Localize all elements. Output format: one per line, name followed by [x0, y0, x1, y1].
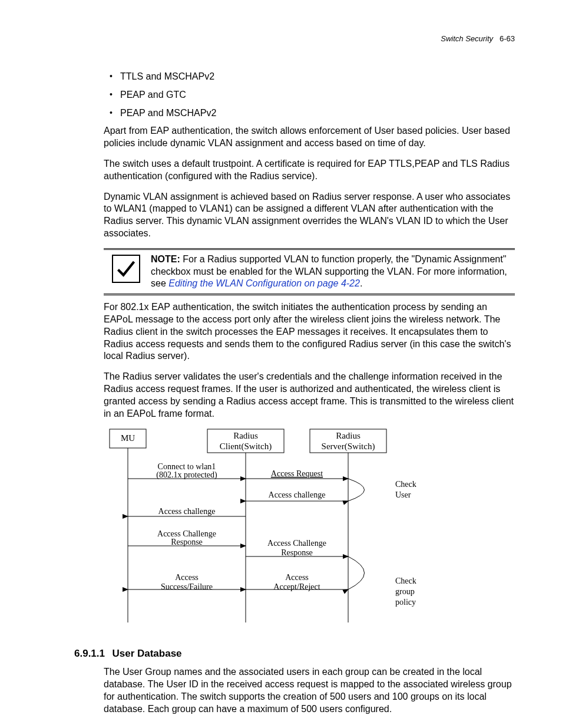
divider — [104, 295, 515, 295]
svg-text:policy: policy — [395, 598, 416, 607]
paragraph: The User Group names and the associated … — [104, 666, 515, 715]
svg-text:Check: Check — [395, 480, 416, 489]
svg-text:Client(Switch): Client(Switch) — [220, 442, 272, 452]
svg-text:Access challenge: Access challenge — [269, 490, 326, 499]
note-label: NOTE: — [151, 254, 180, 264]
paragraph: The Radius server validates the user's c… — [104, 371, 515, 420]
note-suffix: . — [360, 278, 362, 288]
svg-text:Access Challenge: Access Challenge — [267, 539, 326, 548]
checkmark-icon — [112, 255, 140, 283]
diagram-box-mu: MU — [121, 433, 135, 443]
header-section-title: Switch Security — [441, 34, 493, 43]
svg-text:Check: Check — [395, 577, 416, 585]
main-content: TTLS and MSCHAPv2 PEAP and GTC PEAP and … — [104, 71, 515, 723]
svg-text:group: group — [395, 587, 415, 596]
header-page-number — [495, 34, 500, 43]
note-text: NOTE: For a Radius supported VLAN to fun… — [151, 253, 515, 290]
bullet-list: TTLS and MSCHAPv2 PEAP and GTC PEAP and … — [104, 71, 515, 119]
svg-text:Access: Access — [285, 573, 309, 582]
svg-text:Accept/Reject: Accept/Reject — [273, 582, 320, 591]
svg-text:(802.1x protected): (802.1x protected) — [156, 470, 217, 480]
cross-reference-link[interactable]: Editing the WLAN Configuration on page 4… — [168, 278, 360, 288]
list-item: PEAP and GTC — [120, 89, 515, 101]
note-block: NOTE: For a Radius supported VLAN to fun… — [104, 248, 515, 295]
svg-text:Connect to wlan1: Connect to wlan1 — [158, 462, 216, 471]
svg-text:Access: Access — [175, 573, 199, 582]
svg-text:Response: Response — [281, 548, 313, 557]
list-item: PEAP and MSCHAPv2 — [120, 107, 515, 120]
paragraph: Dynamic VLAN assignment is achieved base… — [104, 191, 515, 240]
section-title: User Database — [112, 648, 181, 659]
svg-text:Server(Switch): Server(Switch) — [322, 442, 375, 452]
paragraph: For 802.1x EAP authentication, the switc… — [104, 301, 515, 363]
svg-text:Access challenge: Access challenge — [158, 507, 216, 516]
svg-text:Radius: Radius — [336, 431, 361, 440]
svg-text:Response: Response — [171, 538, 203, 546]
sequence-diagram: MU Radius Client(Switch) Radius Server(S… — [104, 428, 434, 632]
divider — [104, 249, 515, 250]
paragraph: The switch uses a default trustpoint. A … — [104, 158, 515, 183]
page-number: 6-63 — [500, 34, 515, 43]
svg-text:Success/Failure: Success/Failure — [161, 582, 213, 591]
svg-text:Access Request: Access Request — [271, 469, 323, 478]
svg-text:User: User — [395, 490, 411, 499]
page-header: Switch Security 6-63 — [441, 34, 515, 44]
divider — [104, 248, 515, 249]
list-item: TTLS and MSCHAPv2 — [120, 71, 515, 83]
section-number: 6.9.1.1 — [74, 648, 105, 659]
divider — [104, 294, 515, 294]
section-heading: 6.9.1.1 User Database — [74, 647, 515, 660]
paragraph: Apart from EAP authentication, the switc… — [104, 125, 515, 150]
svg-text:Radius: Radius — [233, 431, 258, 440]
svg-text:Access Challenge: Access Challenge — [157, 529, 216, 538]
